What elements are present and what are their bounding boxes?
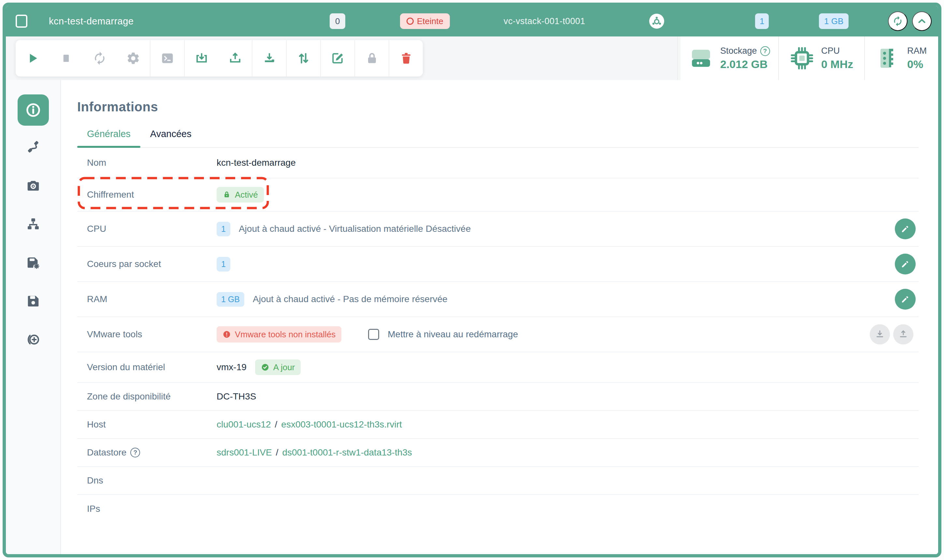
row-label: Version du matériel [87,362,217,372]
ram-size-badge: 1 GB [819,13,849,29]
count-badge: 0 [330,13,345,29]
cpu-note: Ajout à chaud activé - Virtualisation ma… [239,224,471,234]
trash-icon [399,51,413,65]
mount-tools-button[interactable] [870,324,890,345]
help-icon[interactable]: ? [760,46,770,56]
row-ips: IPs [77,495,919,523]
stat-stockage: Stockage ? 2.012 GB [677,37,778,80]
stop-button[interactable] [49,40,83,77]
install-icon [262,51,277,65]
gear-icon [126,51,140,65]
row-label: Coeurs par socket [87,259,217,269]
row-label: Dns [87,475,217,486]
informations-panel: Informations Générales Avancées Nom kcn-… [61,80,938,554]
sidebar-item-snapshots[interactable] [26,178,41,193]
vcenter-name: vc-vstack-001-t0001 [504,16,585,26]
tab-generales[interactable]: Générales [77,129,140,147]
export-icon [228,51,242,65]
power-off-icon [407,18,414,25]
uptodate-badge: A jour [255,360,301,375]
row-zone-disponibilite: Zone de disponibilité DC-TH3S [77,383,919,411]
delete-button[interactable] [389,40,423,77]
stat-value: 2.012 GB [720,58,770,71]
info-icon [25,102,42,118]
migrate-button[interactable] [286,40,320,77]
row-host: Host clu001-ucs12 / esx003-t0001-ucs12-t… [77,411,919,439]
stat-label: Stockage ? [720,46,770,56]
cluster-link[interactable]: clu001-ucs12 [217,419,271,430]
usb-cable-icon [26,140,41,155]
unmount-tools-button[interactable] [893,324,913,345]
lock-button[interactable] [355,40,389,77]
stat-label: RAM [907,46,927,56]
edit-cpu-button[interactable] [895,218,916,239]
camera-icon [26,178,41,193]
ubuntu-logo-icon [649,14,664,29]
upgrade-on-reboot-label: Mettre à niveau au redémarrage [388,329,518,340]
upload-icon [898,329,909,340]
sidebar-item-clone[interactable] [26,332,41,347]
row-dns: Dns [77,467,919,495]
vmware-tools-badge-label: Vmware tools non installés [235,330,336,338]
play-button[interactable] [15,40,49,77]
sidebar-item-backup[interactable] [26,294,41,309]
cpu-chip-icon [790,46,814,70]
download-icon [875,329,885,340]
lock-icon [365,51,379,65]
status-badge: Eteinte [400,13,450,29]
collapse-button[interactable] [912,11,932,31]
row-label-text: Datastore [87,447,126,458]
export-button[interactable] [218,40,252,77]
row-label: RAM [87,294,217,305]
edit-vm-button[interactable] [321,40,354,77]
datastore-link[interactable]: ds001-t0001-r-stw1-data13-th3s [282,447,412,458]
edit-ram-button[interactable] [895,289,916,310]
sidebar-item-devices[interactable] [26,140,41,155]
storage-icon [689,46,713,70]
sidebar-item-network[interactable] [26,217,41,232]
play-icon [25,51,40,65]
save-icon [26,294,41,309]
edit-cores-button[interactable] [895,254,916,274]
console-button[interactable] [151,40,184,77]
lock-icon [222,191,231,199]
restart-button[interactable] [83,40,116,77]
row-label: Nom [87,158,217,168]
vmware-tools-actions [870,324,913,345]
cpu-count-badge: 1 [217,222,230,236]
install-button[interactable] [253,40,286,77]
vm-stats: Stockage ? 2.012 GB CPU 0 MHz RAM 0% [677,37,938,80]
tab-avancees[interactable]: Avancées [140,129,201,147]
sidebar-item-storage-config[interactable] [26,255,41,270]
clone-plus-icon [26,332,41,347]
row-label: Chiffrement [87,189,217,200]
upgrade-on-reboot-checkbox[interactable] [368,329,379,340]
stat-value: 0% [907,58,927,71]
row-cpu: CPU 1 Ajout à chaud activé - Virtualisat… [77,212,919,247]
vm-select-checkbox[interactable] [15,15,27,28]
vm-actions-toolbar [15,40,423,77]
sidebar-item-informations[interactable] [18,94,49,126]
datastore-cluster-link[interactable]: sdrs001-LIVE [217,447,272,458]
refresh-button[interactable] [888,11,907,31]
row-ram: RAM 1 GB Ajout à chaud activé - Pas de m… [77,282,919,317]
swap-arrows-icon [296,51,311,65]
terminal-icon [160,51,175,65]
ram-size-badge: 1 GB [217,292,244,307]
import-icon [194,51,209,65]
uptodate-badge-label: A jour [273,363,295,371]
toolbar-band: Stockage ? 2.012 GB CPU 0 MHz RAM 0% [6,37,938,80]
vm-card: kcn-test-demarrage 0 Eteinte vc-vstack-0… [3,3,941,557]
host-link[interactable]: esx003-t0001-ucs12-th3s.rvirt [281,419,402,430]
check-icon [261,363,269,371]
help-icon[interactable]: ? [130,448,140,457]
row-chiffrement: Chiffrement Activé [77,178,919,212]
settings-button[interactable] [116,40,150,77]
import-button[interactable] [185,40,218,77]
ram-note: Ajout à chaud activé - Pas de mémoire ré… [253,294,448,305]
vm-sidebar [6,80,61,554]
row-datastore: Datastore ? sdrs001-LIVE / ds001-t0001-r… [77,439,919,467]
ram-stick-icon [876,46,900,70]
row-label: CPU [87,224,217,234]
row-label: VMware tools [87,329,217,340]
